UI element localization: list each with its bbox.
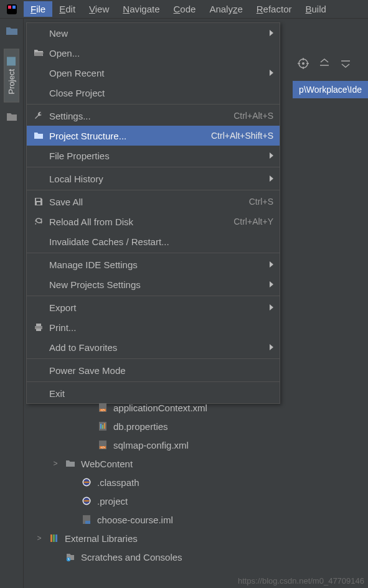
breadcrumb-text: p\Workplace\Ide: [299, 85, 362, 95]
project-tree: </>applicationContext.xmldb.properties</…: [35, 398, 366, 566]
tree-row[interactable]: >WebContent: [35, 454, 366, 473]
menu-separator: [27, 167, 280, 167]
svg-rect-6: [37, 202, 40, 205]
props-icon: [97, 421, 108, 432]
menu-item-label: Save All: [49, 197, 249, 207]
svg-point-21: [83, 482, 90, 483]
menu-navigate[interactable]: Navigate: [116, 1, 166, 17]
svg-rect-28: [55, 534, 57, 542]
menu-item-label: Invalidate Caches / Restart...: [49, 236, 273, 247]
tree-row[interactable]: .classpath: [35, 473, 366, 492]
wrench-icon: [32, 111, 45, 121]
xml-icon: </>: [97, 439, 108, 450]
tree-label: WebContent: [81, 459, 133, 469]
expand-all-icon[interactable]: [318, 57, 331, 70]
menu-code[interactable]: Code: [167, 1, 203, 17]
tree-expander-icon[interactable]: >: [51, 459, 60, 468]
file-menu-settings[interactable]: Settings...Ctrl+Alt+S: [27, 106, 280, 126]
folder-icon: [32, 131, 45, 140]
submenu-arrow-icon: [270, 261, 273, 268]
file-menu-print[interactable]: Print...: [27, 317, 280, 337]
tree-row[interactable]: .project: [35, 492, 366, 510]
tree-row[interactable]: </>applicationContext.xml: [35, 398, 366, 417]
menu-refactor[interactable]: Refactor: [250, 1, 299, 17]
menu-item-label: New: [49, 28, 265, 39]
file-menu-save-all[interactable]: Save AllCtrl+S: [27, 192, 280, 212]
file-menu-export[interactable]: Export: [27, 297, 280, 317]
menu-separator: [27, 104, 280, 105]
file-menu-new[interactable]: New: [27, 23, 280, 43]
file-menu-add-to-favorites[interactable]: Add to Favorites: [27, 337, 280, 357]
menu-separator: [27, 358, 280, 359]
svg-text:</>: </>: [100, 446, 105, 449]
menu-item-label: Manage IDE Settings: [49, 259, 265, 270]
menu-item-label: Settings...: [49, 111, 234, 121]
menu-analyze[interactable]: Analyze: [202, 1, 249, 17]
svg-rect-26: [50, 534, 52, 542]
svg-rect-14: [100, 424, 101, 429]
svg-rect-9: [36, 329, 41, 331]
menu-item-label: Close Project: [49, 88, 273, 98]
file-menu-reload-all-from-disk[interactable]: Reload All from DiskCtrl+Alt+Y: [27, 212, 280, 231]
structure-icon[interactable]: [2, 108, 22, 126]
tree-row[interactable]: db.properties: [35, 417, 366, 436]
submenu-arrow-icon: [270, 30, 273, 36]
menu-item-label: New Projects Settings: [49, 279, 265, 290]
file-menu-open-recent[interactable]: Open Recent: [27, 63, 280, 83]
tree-label: .project: [97, 496, 128, 506]
menu-file[interactable]: File: [24, 1, 52, 17]
tree-row[interactable]: Scratches and Consoles: [35, 548, 366, 566]
libs-icon: [49, 533, 60, 544]
tree-expander-icon[interactable]: >: [35, 534, 44, 543]
tree-label: applicationContext.xml: [113, 403, 207, 413]
menu-separator: [27, 381, 280, 382]
breadcrumb[interactable]: p\Workplace\Ide: [293, 81, 368, 98]
file-menu-close-project[interactable]: Close Project: [27, 83, 280, 103]
xml-icon: </>: [97, 402, 108, 413]
print-icon: [32, 322, 45, 332]
menu-item-shortcut: Ctrl+Alt+Shift+S: [211, 131, 273, 141]
menu-item-shortcut: Ctrl+Alt+Y: [234, 217, 273, 226]
project-tab-icon: [7, 57, 16, 65]
svg-point-23: [83, 500, 90, 502]
menu-item-label: Project Structure...: [49, 131, 211, 141]
file-menu-file-properties[interactable]: File Properties: [27, 146, 280, 166]
tree-label: External Libraries: [65, 533, 138, 544]
file-menu-invalidate-caches-restart[interactable]: Invalidate Caches / Restart...: [27, 231, 280, 251]
submenu-arrow-icon: [270, 344, 273, 350]
file-menu-manage-ide-settings[interactable]: Manage IDE Settings: [27, 254, 280, 274]
file-menu-project-structure[interactable]: Project Structure...Ctrl+Alt+Shift+S: [27, 126, 280, 146]
menu-item-label: Add to Favorites: [49, 342, 265, 353]
menu-item-label: Reload All from Disk: [49, 217, 234, 227]
submenu-arrow-icon: [270, 70, 273, 76]
tree-row[interactable]: choose-course.iml: [35, 510, 366, 529]
folder-icon[interactable]: [2, 22, 22, 40]
tree-row[interactable]: </>sqlmap-config.xml: [35, 436, 366, 454]
menu-build[interactable]: Build: [298, 1, 333, 17]
file-menu-power-save-mode[interactable]: Power Save Mode: [27, 360, 280, 380]
collapse-all-icon[interactable]: [339, 57, 352, 70]
menu-separator: [27, 253, 280, 253]
menu-item-label: Open...: [49, 48, 273, 58]
file-menu-open[interactable]: Open...: [27, 43, 280, 63]
menu-item-label: Local History: [49, 174, 265, 184]
eclipse-icon: [81, 495, 92, 506]
app-icon: [0, 0, 24, 19]
menu-separator: [27, 296, 280, 296]
menu-view[interactable]: View: [82, 1, 116, 17]
project-tool-tab[interactable]: Project: [4, 49, 19, 102]
target-icon[interactable]: [297, 57, 309, 70]
divider: [361, 57, 364, 70]
file-menu-local-history[interactable]: Local History: [27, 169, 280, 189]
reload-icon: [32, 217, 45, 226]
menu-item-label: File Properties: [49, 151, 265, 161]
menu-separator: [27, 190, 280, 190]
tree-label: sqlmap-config.xml: [113, 440, 189, 450]
submenu-arrow-icon: [270, 304, 273, 310]
project-tab-label: Project: [7, 69, 16, 94]
svg-rect-16: [104, 423, 105, 429]
svg-rect-2: [12, 6, 16, 9]
file-menu-new-projects-settings[interactable]: New Projects Settings: [27, 274, 280, 294]
menu-edit[interactable]: Edit: [52, 1, 82, 17]
tree-row[interactable]: >External Libraries: [35, 529, 366, 548]
